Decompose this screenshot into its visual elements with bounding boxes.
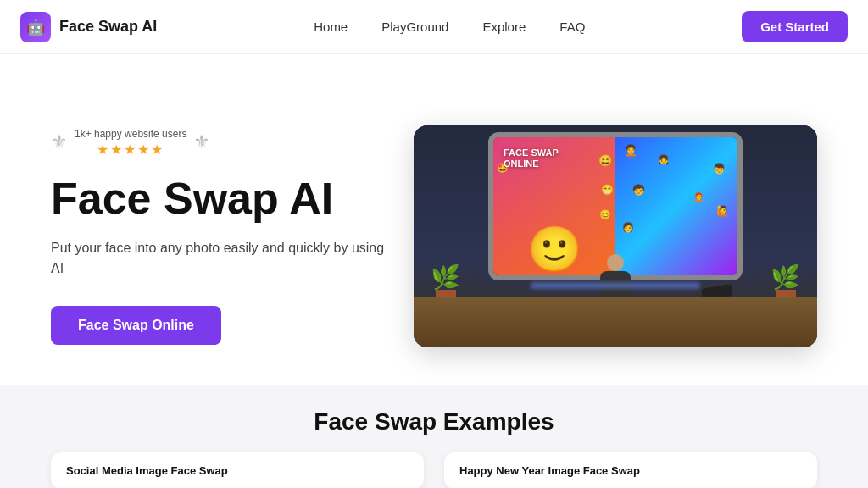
cartoon-character-icon: 🙂 (527, 227, 582, 271)
examples-section: Face Swap Examples Social Media Image Fa… (0, 385, 868, 488)
logo: 🤖 Face Swap AI (20, 12, 157, 42)
hero-section: ⚜ 1k+ happy website users ★★★★★ ⚜ Face S… (0, 54, 868, 385)
tv-glow-bar (531, 282, 700, 289)
logo-icon: 🤖 (20, 12, 51, 42)
float-person-3: 🧒 (632, 184, 645, 196)
examples-title: Face Swap Examples (51, 408, 817, 435)
logo-text: Face Swap AI (59, 18, 157, 36)
float-person-6: 👧 (658, 154, 670, 165)
star-rating: ★★★★★ (97, 141, 164, 158)
example-card-0: Social Media Image Face Swap (51, 452, 424, 488)
tv-left-half: FACE SWAP ONLINE 🙂 😄 😁 😊 🤩 (493, 137, 615, 275)
person-silhouette (598, 254, 632, 301)
face-swap-online-button[interactable]: Face Swap Online (51, 306, 221, 345)
navbar: 🤖 Face Swap AI Home PlayGround Explore F… (0, 0, 868, 54)
example-card-1: Happy New Year Image Face Swap (444, 452, 817, 488)
laurel-right-icon: ⚜ (193, 133, 210, 152)
nav-playground[interactable]: PlayGround (381, 19, 448, 34)
badge-text: 1k+ happy website users (75, 128, 186, 140)
hero-right: FACE SWAP ONLINE 🙂 😄 😁 😊 🤩 (390, 125, 817, 347)
float-person-5: 🧑 (622, 222, 634, 233)
plant-left-leaves: 🌿 (431, 266, 460, 290)
desk-scene: FACE SWAP ONLINE 🙂 😄 😁 😊 🤩 (414, 125, 817, 347)
float-person-2: 👦 (713, 163, 726, 175)
hero-image: FACE SWAP ONLINE 🙂 😄 😁 😊 🤩 (414, 125, 817, 347)
nav-links: Home PlayGround Explore FAQ (314, 19, 585, 34)
laurel-left-icon: ⚜ (51, 133, 68, 152)
badge-area: ⚜ 1k+ happy website users ★★★★★ ⚜ (51, 128, 390, 158)
nav-faq[interactable]: FAQ (559, 19, 585, 34)
example-card-title-0: Social Media Image Face Swap (66, 464, 409, 477)
float-person-1: 🧑‍🦱 (624, 144, 637, 157)
hero-subtitle: Put your face into any photo easily and … (51, 238, 390, 279)
nav-explore[interactable]: Explore (482, 19, 526, 34)
tv-title-line1: FACE SWAP (504, 147, 559, 158)
examples-cards: Social Media Image Face Swap Happy New Y… (51, 452, 817, 488)
float-person-7: 🧑‍🦰 (693, 192, 704, 202)
plant-right-leaves: 🌿 (771, 266, 800, 290)
tv-right-half: 🧑‍🦱 👦 🧒 🙋 🧑 👧 🧑‍🦰 (615, 137, 737, 275)
mini-face-3: 😊 (599, 209, 611, 220)
float-person-4: 🙋 (716, 205, 729, 217)
nav-home[interactable]: Home (314, 19, 348, 34)
person-head (607, 254, 624, 271)
hero-title: Face Swap AI (51, 175, 390, 223)
example-card-title-1: Happy New Year Image Face Swap (459, 464, 802, 477)
mini-face-1: 😄 (598, 154, 612, 167)
desk (414, 297, 817, 347)
mini-face-2: 😁 (601, 184, 614, 196)
tv-title-line2: ONLINE (504, 158, 559, 169)
hero-left: ⚜ 1k+ happy website users ★★★★★ ⚜ Face S… (51, 128, 390, 345)
tv-title-overlay: FACE SWAP ONLINE (504, 147, 559, 169)
badge-text-wrap: 1k+ happy website users ★★★★★ (75, 128, 186, 158)
get-started-button[interactable]: Get Started (742, 11, 848, 42)
